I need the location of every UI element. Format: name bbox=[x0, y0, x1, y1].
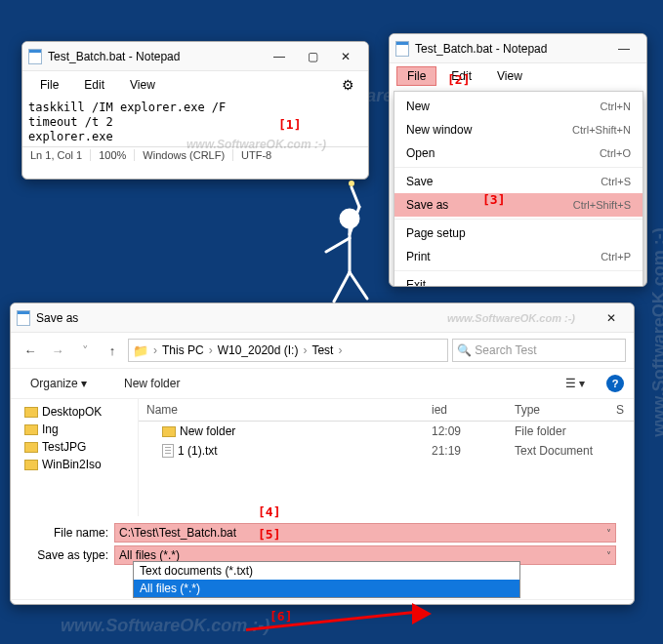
address-bar[interactable]: 📁 › This PC › W10_2020d (I:) › Test › bbox=[128, 339, 448, 362]
menu-new-window[interactable]: New windowCtrl+Shift+N bbox=[394, 118, 642, 141]
dropdown-caret-icon[interactable]: ˅ bbox=[606, 550, 611, 561]
window-title: Test_Batch.bat - Notepad bbox=[415, 42, 607, 56]
menu-page-setup[interactable]: Page setup bbox=[394, 221, 642, 245]
folder-tree[interactable]: DesktopOK Ing TestJPG WinBin2Iso bbox=[11, 399, 138, 516]
minimize-button[interactable]: ― bbox=[263, 47, 296, 66]
folder-icon bbox=[24, 442, 38, 453]
close-button[interactable]: ✕ bbox=[595, 308, 628, 328]
maximize-button[interactable]: ▢ bbox=[296, 47, 329, 66]
menu-view[interactable]: View bbox=[120, 76, 165, 94]
titlebar[interactable]: Test_Batch.bat - Notepad ― bbox=[390, 34, 646, 63]
col-type[interactable]: Type bbox=[515, 403, 616, 417]
settings-gear-icon[interactable]: ⚙ bbox=[336, 75, 360, 95]
shortcut: Ctrl+N bbox=[601, 101, 631, 112]
file-row-txt[interactable]: 1 (1).txt 21:19 Text Document bbox=[139, 441, 634, 461]
nav-recent-button[interactable]: ˅ bbox=[73, 343, 97, 358]
col-date[interactable]: ied bbox=[432, 403, 515, 417]
crumb-sep: › bbox=[208, 343, 214, 357]
window-title: Test_Batch.bat - Notepad bbox=[48, 50, 263, 63]
save-as-dialog: Save as www.SoftwareOK.com :-) ✕ ← → ˅ ↑… bbox=[10, 302, 635, 605]
crumb-sep: › bbox=[337, 343, 343, 357]
option-all-files[interactable]: All files (*.*) bbox=[134, 580, 519, 597]
folder-icon bbox=[24, 460, 38, 470]
label: Ing bbox=[42, 423, 59, 436]
dropdown-caret-icon[interactable]: ˅ bbox=[606, 528, 611, 539]
menu-file[interactable]: File bbox=[30, 76, 68, 94]
search-placeholder: Search Test bbox=[475, 343, 536, 357]
menu-edit[interactable]: Edit bbox=[74, 76, 114, 94]
menu-view[interactable]: View bbox=[487, 67, 532, 85]
label: Page setup bbox=[406, 226, 631, 240]
notepad-icon bbox=[17, 310, 30, 326]
shortcut: Ctrl+S bbox=[601, 176, 631, 187]
filename-value: C:\Test\Test_Batch.bat bbox=[119, 526, 236, 540]
minimize-button[interactable]: ― bbox=[607, 39, 641, 59]
annotation-arrow bbox=[246, 605, 432, 634]
crumb-sep: › bbox=[302, 343, 308, 357]
help-button[interactable]: ? bbox=[606, 375, 624, 392]
file-row-folder[interactable]: New folder 12:09 File folder bbox=[139, 422, 634, 441]
menu-file[interactable]: File bbox=[397, 67, 435, 85]
view-options-button[interactable]: ☰ ▾ bbox=[561, 377, 589, 390]
line3: explorer.exe bbox=[28, 130, 113, 143]
filename-input[interactable]: C:\Test\Test_Batch.bat ˅ bbox=[114, 523, 616, 543]
shortcut: Ctrl+Shift+S bbox=[573, 199, 631, 211]
nav-back-button[interactable]: ← bbox=[19, 343, 42, 358]
shortcut: Ctrl+O bbox=[600, 147, 631, 159]
menu-exit[interactable]: Exit bbox=[394, 273, 642, 287]
svg-line-4 bbox=[352, 187, 359, 207]
search-input[interactable]: 🔍 Search Test bbox=[452, 339, 626, 362]
file-menu-dropdown: NewCtrl+N New windowCtrl+Shift+N OpenCtr… bbox=[394, 91, 643, 287]
menu-open[interactable]: OpenCtrl+O bbox=[394, 141, 642, 165]
watermark-bg: www.SoftwareOK.com :-) bbox=[61, 616, 269, 636]
menu-new[interactable]: NewCtrl+N bbox=[394, 95, 642, 118]
text-file-icon bbox=[162, 444, 174, 458]
side-testjpg[interactable]: TestJPG bbox=[24, 438, 134, 456]
new-folder-button[interactable]: New folder bbox=[114, 375, 189, 392]
label: Open bbox=[406, 146, 600, 160]
crumb-folder[interactable]: Test bbox=[310, 343, 335, 357]
label: New bbox=[406, 100, 601, 113]
col-size[interactable]: S bbox=[616, 403, 634, 417]
menu-print[interactable]: PrintCtrl+P bbox=[394, 245, 642, 268]
nav-forward-button[interactable]: → bbox=[46, 343, 69, 358]
label: Save bbox=[406, 175, 601, 188]
menu-save-as[interactable]: Save asCtrl+Shift+S bbox=[394, 193, 642, 217]
savetype-label: Save as type: bbox=[28, 548, 108, 562]
option-text-documents[interactable]: Text documents (*.txt) bbox=[134, 562, 519, 580]
crumb-drive[interactable]: W10_2020d (I:) bbox=[216, 343, 301, 357]
file-type: File folder bbox=[515, 424, 616, 438]
label: DesktopOK bbox=[42, 405, 102, 419]
titlebar[interactable]: Test_Batch.bat - Notepad ― ▢ ✕ bbox=[22, 42, 368, 71]
side-desktopok[interactable]: DesktopOK bbox=[24, 403, 134, 421]
file-date: 21:19 bbox=[432, 444, 515, 458]
side-ing[interactable]: Ing bbox=[24, 421, 134, 438]
menu-save[interactable]: SaveCtrl+S bbox=[394, 170, 642, 193]
notepad-window-1: Test_Batch.bat - Notepad ― ▢ ✕ File Edit… bbox=[21, 41, 369, 180]
decorative-figure bbox=[303, 180, 391, 316]
close-button[interactable]: ✕ bbox=[329, 47, 362, 66]
annotation-6: [6] bbox=[269, 609, 292, 624]
line1: taskkill /IM explorer.exe /F bbox=[28, 101, 226, 114]
organize-button[interactable]: Organize ▾ bbox=[21, 375, 97, 392]
notepad-icon bbox=[395, 41, 409, 57]
folder-icon bbox=[162, 426, 176, 437]
col-name[interactable]: Name bbox=[146, 403, 432, 417]
nav-up-button[interactable]: ↑ bbox=[101, 343, 124, 358]
label: TestJPG bbox=[42, 440, 86, 454]
status-zoom: 100% bbox=[90, 149, 134, 161]
crumb-this-pc[interactable]: This PC bbox=[160, 343, 206, 357]
menu-edit[interactable]: Edit bbox=[441, 67, 481, 85]
file-list[interactable]: Name ied Type S New folder 12:09 File fo… bbox=[138, 399, 634, 516]
notepad-icon bbox=[28, 49, 42, 64]
crumb-sep: › bbox=[152, 343, 158, 357]
editor-body[interactable]: taskkill /IM explorer.exe /F timeout /t … bbox=[22, 99, 368, 146]
shortcut: Ctrl+Shift+N bbox=[572, 124, 631, 136]
file-name: 1 (1).txt bbox=[178, 444, 218, 458]
side-winbin2iso[interactable]: WinBin2Iso bbox=[24, 456, 134, 473]
label: Exit bbox=[406, 278, 631, 287]
shortcut: Ctrl+P bbox=[601, 251, 631, 262]
status-bar: Ln 1, Col 1 100% Windows (CRLF) UTF-8 bbox=[22, 146, 368, 163]
line2: timeout /t 2 bbox=[28, 115, 113, 129]
svg-line-5 bbox=[334, 272, 350, 302]
